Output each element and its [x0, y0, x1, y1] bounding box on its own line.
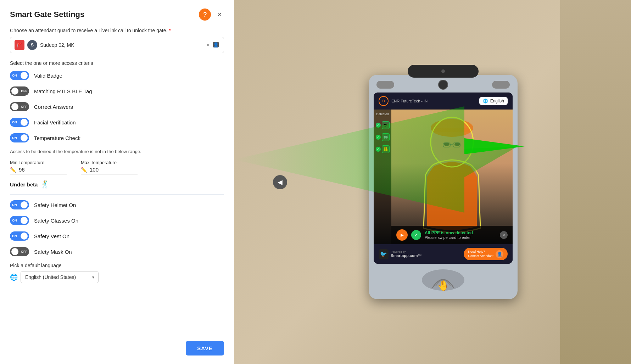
toggle-row-facial: ON Facial Verification	[10, 118, 224, 127]
left-arrow-indicator: ◀	[273, 175, 287, 189]
panel-header: Smart Gate Settings ? ×	[10, 9, 224, 21]
max-temp-input-row: ✏️	[81, 167, 138, 174]
toggle-valid-badge[interactable]: ON	[10, 71, 29, 80]
correct-answers-label: Correct Answers	[34, 104, 73, 110]
toggle-temp[interactable]: ON	[10, 133, 29, 142]
save-button[interactable]: SAVE	[186, 341, 224, 355]
toggle-row-vest: ON Safety Vest On	[10, 231, 224, 241]
guard-remove-button[interactable]: ×	[207, 42, 210, 48]
pencil-icon-max: ✏️	[81, 167, 87, 173]
divider	[10, 194, 224, 195]
detected-sidebar: Detected ✓ ⛑ ✓ 🥽 ✓	[374, 110, 391, 244]
min-temp-field: Min Temperature ✏️	[10, 160, 67, 174]
smartapp-logo: 🐦 Powered by Smartapp.com™	[379, 249, 421, 259]
guard-name: Sudeep 02, MK	[40, 42, 204, 48]
contact-icon: 👤	[496, 250, 503, 258]
lang-flag-icon: 🌐	[483, 99, 488, 103]
device-bottom: 🤚	[374, 266, 513, 294]
help-button[interactable]: ?	[199, 9, 211, 21]
required-star: *	[169, 28, 171, 33]
ppe-title: All PPE is now detected	[425, 230, 496, 235]
max-temp-field: Max Temperature ✏️	[81, 160, 138, 174]
sensor-left	[376, 81, 394, 89]
toggle-glasses[interactable]: ON	[10, 216, 29, 225]
toggle-correct-answers[interactable]: OFF	[10, 102, 29, 111]
guard-flag-icon: 🚩	[15, 40, 24, 50]
header-actions: ? ×	[199, 9, 224, 21]
close-button[interactable]: ×	[215, 9, 224, 20]
device-logo-area: ⊙ ENR FutureTech - IN	[379, 96, 428, 106]
smartapp-text: Powered by Smartapp.com™	[391, 250, 421, 258]
rtls-label: Matching RTLS BLE Tag	[34, 88, 92, 94]
panel-title: Smart Gate Settings	[10, 10, 84, 19]
language-icon: 🌐	[10, 273, 18, 281]
camera-lens	[441, 69, 445, 73]
toggle-facial[interactable]: ON	[10, 118, 29, 127]
access-criteria-label: Select the one or more access criteria	[10, 60, 224, 66]
facial-label: Facial Verification	[34, 119, 76, 125]
max-temp-input[interactable]	[90, 167, 125, 173]
min-temp-input[interactable]	[19, 167, 54, 173]
language-select[interactable]: English (United States) Spanish French	[21, 271, 99, 283]
close-notification[interactable]: ×	[500, 231, 508, 239]
contact-attendant-button[interactable]: Need Help?Contact Attendant 👤	[464, 248, 508, 260]
nfc-area: 🤚	[422, 269, 464, 291]
beta-label: Under beta	[10, 181, 38, 187]
helmet-icon-box: ⛑	[382, 121, 390, 129]
language-label: Pick a default language	[10, 263, 224, 268]
language-section: Pick a default language 🌐 English (Unite…	[10, 263, 224, 283]
device-footer: 🐦 Powered by Smartapp.com™ Need Help?Con…	[374, 244, 513, 264]
device-screen: ⊙ ENR FutureTech - IN 🌐 English	[374, 93, 513, 264]
person-area	[391, 110, 513, 244]
toggle-vest[interactable]: ON	[10, 231, 29, 241]
toggle-row-valid-badge: ON Valid Badge	[10, 71, 224, 80]
device-logo-circle: ⊙	[379, 96, 389, 106]
language-select-row: 🌐 English (United States) Spanish French	[10, 271, 224, 283]
detected-item-3: ✓ 🦺	[374, 144, 391, 154]
device-camera-view: Detected ✓ ⛑ ✓ 🥽 ✓	[374, 110, 513, 244]
detected-item-1: ✓ ⛑	[374, 120, 391, 130]
device-body: ⊙ ENR FutureTech - IN 🌐 English	[369, 75, 518, 299]
settings-panel: Smart Gate Settings ? × Choose an attend…	[0, 0, 234, 364]
svg-text:🤚: 🤚	[437, 280, 449, 291]
min-temp-input-row: ✏️	[10, 167, 67, 174]
toggle-row-glasses: ON Safety Glasses On	[10, 216, 224, 225]
person-outline-svg	[406, 113, 498, 241]
nfc-icon: 🤚	[429, 269, 457, 291]
check-1: ✓	[376, 123, 381, 128]
toggle-helmet[interactable]: ON	[10, 200, 29, 209]
ppe-text: All PPE is now detected Please swipe car…	[425, 230, 496, 240]
toggle-rtls[interactable]: OFF	[10, 86, 29, 96]
ppe-notification: ▶ ✓ All PPE is now detected Please swipe…	[391, 226, 513, 244]
mask-label: Safety Mask On	[34, 249, 72, 255]
glasses-label: Safety Glasses On	[34, 218, 78, 224]
helmet-label: Safety Helmet On	[34, 202, 76, 208]
camera-center	[438, 80, 448, 90]
vest-label: Safety Vest On	[34, 233, 69, 239]
guard-add-button[interactable]: 👤	[212, 41, 219, 49]
toggle-row-temp: ON Temperature Check	[10, 133, 224, 142]
valid-badge-label: Valid Badge	[34, 73, 62, 79]
check-3: ✓	[376, 147, 381, 152]
sensor-right	[492, 81, 510, 89]
check-2: ✓	[376, 135, 381, 140]
toggle-mask[interactable]: OFF	[10, 247, 29, 256]
smartapp-name: Smartapp.com™	[391, 253, 421, 258]
min-temp-label: Min Temperature	[10, 160, 67, 165]
glasses-icon-box: 🥽	[382, 133, 390, 141]
toggle-row-mask: OFF Safety Mask On	[10, 247, 224, 256]
guard-avatar: S	[27, 40, 37, 50]
temp-fields: Min Temperature ✏️ Max Temperature ✏️	[10, 160, 224, 174]
play-button[interactable]: ▶	[396, 229, 408, 241]
device-language-text: English	[490, 99, 504, 103]
beta-section: Under beta 🕺	[10, 180, 224, 189]
smartapp-icon: 🐦	[379, 249, 389, 259]
attendant-label: Choose an attendant guard to receive a L…	[10, 28, 224, 33]
device-container: ⊙ ENR FutureTech - IN 🌐 English	[255, 0, 631, 364]
ppe-subtitle: Please swipe card to enter	[425, 235, 496, 240]
contact-text: Need Help?Contact Attendant	[468, 250, 493, 258]
powered-by-text: Powered by	[391, 250, 421, 253]
svg-text:👤: 👤	[213, 42, 219, 48]
detected-item-2: ✓ 🥽	[374, 132, 391, 142]
guard-selector[interactable]: 🚩 S Sudeep 02, MK × 👤	[10, 37, 224, 53]
